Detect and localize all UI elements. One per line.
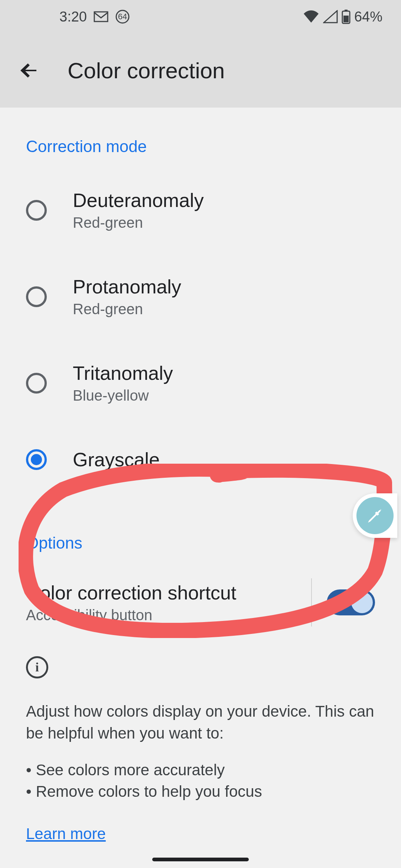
info-row: i: [26, 641, 375, 690]
radio-title: Protanomaly: [73, 276, 181, 298]
option-subtitle: Accessibility button: [26, 607, 236, 624]
radio-subtitle: Blue-yellow: [73, 387, 173, 404]
status-right: 64%: [303, 9, 382, 25]
radio-dot-icon: [31, 454, 42, 465]
radio-subtitle: Red-green: [73, 214, 204, 231]
shortcut-toggle[interactable]: [327, 589, 375, 615]
back-button[interactable]: [19, 59, 41, 82]
battery-percent: 64%: [354, 9, 382, 25]
learn-more-link[interactable]: Learn more: [26, 825, 106, 843]
app-bar: Color correction: [0, 33, 401, 108]
bullet-item: • See colors more accurately: [26, 759, 375, 781]
radio-texts: Tritanomaly Blue-yellow: [73, 362, 173, 404]
gmail-badge-icon: 64: [115, 9, 140, 24]
option-title: Color correction shortcut: [26, 582, 236, 604]
svg-rect-3: [343, 16, 349, 22]
bullet-text: See colors more accurately: [36, 761, 225, 779]
radio-title: Grayscale: [73, 448, 160, 471]
cell-signal-icon: [323, 10, 338, 23]
status-bar: 3:20 64 64%: [0, 0, 401, 33]
radio-deuteranomaly[interactable]: Deuteranomaly Red-green: [26, 167, 375, 253]
wifi-icon: [303, 10, 319, 23]
nav-handle[interactable]: [152, 858, 249, 861]
bullet-item: • Remove colors to help you focus: [26, 781, 375, 803]
radio-icon-selected: [26, 449, 47, 470]
status-left: 3:20 64: [59, 9, 140, 25]
section-correction-mode: Correction mode: [26, 108, 375, 167]
gmail-badge-count: 64: [118, 12, 127, 22]
content: Correction mode Deuteranomaly Red-green …: [0, 108, 401, 843]
eyedropper-icon: [366, 506, 384, 525]
battery-icon: [342, 9, 351, 24]
radio-title: Deuteranomaly: [73, 189, 204, 211]
section-options: Options: [26, 493, 375, 563]
switch-thumb-icon: [351, 592, 373, 613]
status-time: 3:20: [59, 9, 87, 25]
description-text: Adjust how colors display on your device…: [26, 690, 375, 752]
radio-texts: Protanomaly Red-green: [73, 276, 181, 318]
bullet-text: Remove colors to help you focus: [36, 783, 262, 800]
radio-protanomaly[interactable]: Protanomaly Red-green: [26, 253, 375, 340]
gmail-icon: [94, 11, 108, 22]
radio-tritanomaly[interactable]: Tritanomaly Blue-yellow: [26, 340, 375, 426]
accessibility-fab[interactable]: [353, 493, 397, 538]
vertical-divider: [311, 578, 312, 627]
option-texts: Color correction shortcut Accessibility …: [26, 582, 236, 624]
radio-grayscale[interactable]: Grayscale: [26, 426, 375, 493]
fab-inner: [356, 497, 394, 534]
info-icon: i: [26, 656, 48, 678]
svg-rect-2: [345, 10, 348, 11]
radio-title: Tritanomaly: [73, 362, 173, 384]
bullets: • See colors more accurately • Remove co…: [26, 752, 375, 811]
radio-texts: Deuteranomaly Red-green: [73, 189, 204, 231]
radio-texts: Grayscale: [73, 448, 160, 471]
radio-icon: [26, 286, 47, 307]
radio-icon: [26, 373, 47, 394]
page-title: Color correction: [68, 58, 225, 83]
color-correction-shortcut-row[interactable]: Color correction shortcut Accessibility …: [26, 563, 375, 641]
radio-subtitle: Red-green: [73, 301, 181, 318]
radio-icon: [26, 200, 47, 221]
arrow-left-icon: [19, 59, 41, 82]
